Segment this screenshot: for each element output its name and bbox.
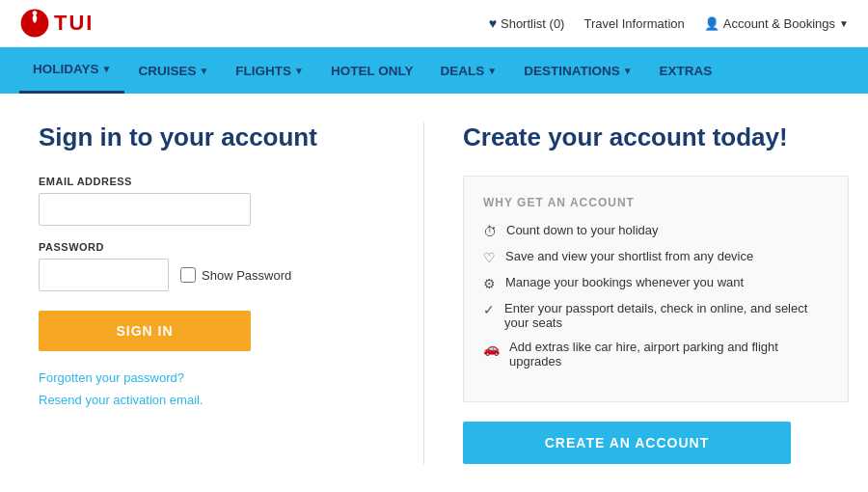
main-content: Sign in to your account EMAIL ADDRESS PA… bbox=[0, 94, 868, 483]
create-account-button[interactable]: CREATE AN ACCOUNT bbox=[463, 422, 791, 464]
account-icon: 👤 bbox=[704, 16, 719, 31]
create-account-section: Create your account today! WHY GET AN AC… bbox=[424, 123, 849, 464]
travel-info-link[interactable]: Travel Information bbox=[583, 16, 684, 31]
nav-cruises-label: CRUISES bbox=[138, 64, 196, 78]
benefit-4-text: Enter your passport details, check in on… bbox=[504, 301, 828, 330]
clock-icon: ⏱ bbox=[483, 224, 497, 239]
logo-text: TUI bbox=[54, 11, 94, 36]
car-icon: 🚗 bbox=[483, 341, 500, 356]
benefit-1-text: Count down to your holiday bbox=[506, 223, 659, 237]
benefit-2: ♡ Save and view your shortlist from any … bbox=[483, 249, 828, 265]
chevron-down-icon: ▼ bbox=[199, 66, 208, 76]
nav-hotelonly-label: HOTEL ONLY bbox=[331, 64, 414, 78]
heart-outline-icon: ♡ bbox=[483, 250, 496, 265]
nav-item-deals[interactable]: DEALS ▼ bbox=[427, 47, 511, 94]
password-row: Show Password bbox=[39, 259, 385, 291]
nav-destinations-label: DESTINATIONS bbox=[524, 64, 620, 78]
password-input[interactable] bbox=[39, 259, 169, 291]
benefit-3-text: Manage your bookings whenever you want bbox=[505, 275, 744, 289]
account-label: Account & Bookings bbox=[723, 16, 835, 31]
top-right-links: ♥ Shortlist (0) Travel Information 👤 Acc… bbox=[489, 15, 849, 31]
benefit-3: ⚙ Manage your bookings whenever you want bbox=[483, 275, 828, 291]
resend-activation-link[interactable]: Resend your activation email. bbox=[39, 393, 385, 407]
gear-icon: ⚙ bbox=[483, 276, 496, 291]
create-account-title: Create your account today! bbox=[463, 123, 849, 152]
chevron-down-icon: ▼ bbox=[102, 64, 112, 74]
account-link[interactable]: 👤 Account & Bookings ▼ bbox=[704, 16, 849, 31]
benefit-4: ✓ Enter your passport details, check in … bbox=[483, 301, 828, 330]
chevron-down-icon: ▼ bbox=[839, 18, 849, 29]
form-links: Forgotten your password? Resend your act… bbox=[39, 370, 385, 407]
forgot-password-link[interactable]: Forgotten your password? bbox=[39, 370, 385, 385]
show-password-label[interactable]: Show Password bbox=[180, 267, 291, 283]
nav-item-flights[interactable]: FLIGHTS ▼ bbox=[222, 47, 317, 94]
nav-item-cruises[interactable]: CRUISES ▼ bbox=[124, 47, 222, 94]
chevron-down-icon: ▼ bbox=[623, 66, 633, 76]
chevron-down-icon: ▼ bbox=[294, 66, 304, 76]
logo: TUI bbox=[19, 8, 94, 39]
email-input[interactable] bbox=[39, 193, 251, 226]
nav-flights-label: FLIGHTS bbox=[235, 64, 291, 78]
chevron-down-icon: ▼ bbox=[487, 66, 497, 76]
benefit-5: 🚗 Add extras like car hire, airport park… bbox=[483, 340, 828, 369]
show-password-text: Show Password bbox=[202, 268, 291, 283]
email-label: EMAIL ADDRESS bbox=[39, 176, 385, 187]
benefit-2-text: Save and view your shortlist from any de… bbox=[505, 249, 753, 263]
shortlist-label: Shortlist (0) bbox=[501, 16, 564, 31]
password-label: PASSWORD bbox=[39, 241, 385, 253]
nav-holidays-label: HOLIDAYS bbox=[33, 62, 99, 76]
top-bar: TUI ♥ Shortlist (0) Travel Information 👤… bbox=[0, 0, 868, 47]
nav-bar: HOLIDAYS ▼ CRUISES ▼ FLIGHTS ▼ HOTEL ONL… bbox=[0, 47, 868, 94]
show-password-checkbox[interactable] bbox=[180, 267, 196, 283]
check-icon: ✓ bbox=[483, 302, 495, 317]
sign-in-button[interactable]: SIGN IN bbox=[39, 311, 251, 351]
benefit-5-text: Add extras like car hire, airport parkin… bbox=[509, 340, 828, 369]
heart-icon: ♥ bbox=[489, 15, 497, 31]
nav-item-extras[interactable]: EXTRAS bbox=[646, 47, 726, 94]
benefit-1: ⏱ Count down to your holiday bbox=[483, 223, 828, 239]
sign-in-section: Sign in to your account EMAIL ADDRESS PA… bbox=[39, 123, 424, 464]
shortlist-link[interactable]: ♥ Shortlist (0) bbox=[489, 15, 565, 31]
nav-item-hotel-only[interactable]: HOTEL ONLY bbox=[317, 47, 427, 94]
svg-point-1 bbox=[33, 11, 38, 15]
nav-item-holidays[interactable]: HOLIDAYS ▼ bbox=[19, 47, 124, 94]
why-box: WHY GET AN ACCOUNT ⏱ Count down to your … bbox=[463, 176, 849, 402]
sign-in-title: Sign in to your account bbox=[39, 123, 385, 152]
nav-extras-label: EXTRAS bbox=[660, 64, 713, 78]
nav-item-destinations[interactable]: DESTINATIONS ▼ bbox=[510, 47, 645, 94]
why-title: WHY GET AN ACCOUNT bbox=[483, 196, 828, 209]
nav-deals-label: DEALS bbox=[441, 64, 485, 78]
